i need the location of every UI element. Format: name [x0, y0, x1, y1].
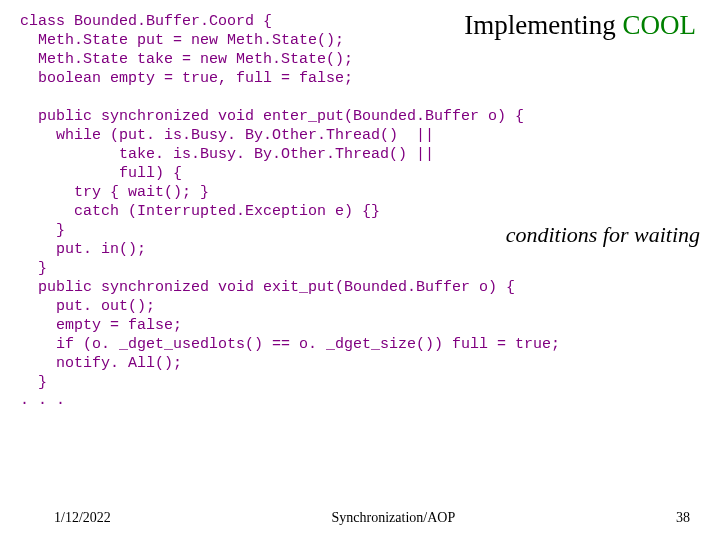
title-part-1: Implementing [464, 10, 622, 40]
footer-center: Synchronization/AOP [54, 510, 690, 526]
annotation-conditions: conditions for waiting [506, 222, 700, 248]
code-block: class Bounded.Buffer.Coord { Meth.State … [20, 12, 700, 392]
ellipsis: . . . [20, 392, 700, 409]
slide-title: Implementing COOL [464, 10, 696, 41]
footer: 1/12/2022 38 Synchronization/AOP [0, 510, 720, 526]
title-part-2: COOL [623, 10, 697, 40]
footer-date: 1/12/2022 [54, 510, 111, 526]
footer-page: 38 [676, 510, 690, 526]
